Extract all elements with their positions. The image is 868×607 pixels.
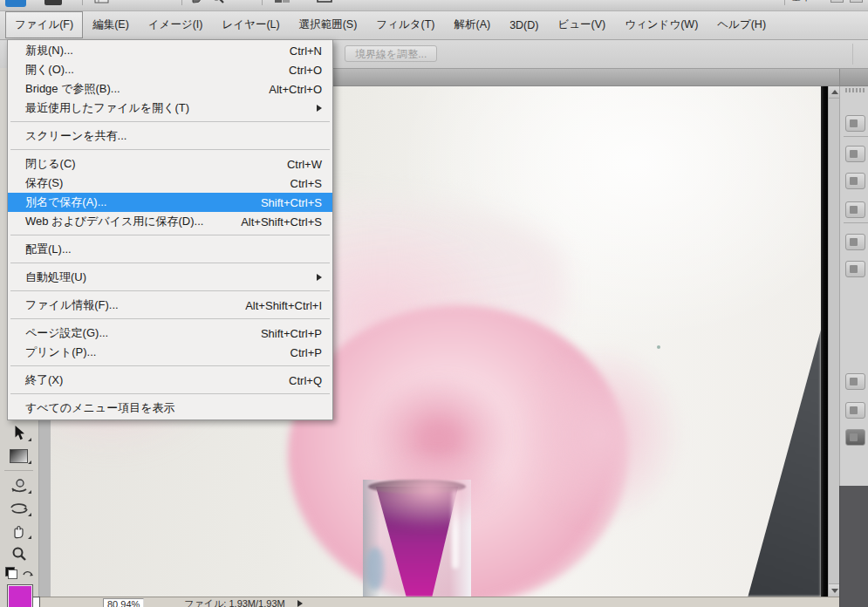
- menu-item-label: 自動処理(U): [25, 269, 86, 285]
- gradient-tool-button[interactable]: [4, 445, 34, 467]
- menu-select[interactable]: 選択範囲(S): [290, 11, 367, 38]
- menu-filter[interactable]: フィルタ(T): [366, 11, 444, 38]
- menu-separator: [8, 231, 332, 240]
- menu-item-label: 保存(S): [25, 175, 63, 191]
- status-bar: 80.94% ファイル: 1.93M/1.93M: [38, 597, 839, 607]
- menu-window[interactable]: ウィンドウ(W): [615, 11, 707, 38]
- menu-item-save-for-web[interactable]: Web およびデバイス用に保存(D)... Alt+Shift+Ctrl+S: [8, 212, 332, 231]
- bridge-launch-icon[interactable]: Br: [44, 0, 62, 5]
- menu-layer[interactable]: レイヤー(L): [213, 11, 290, 38]
- zoom-level-field[interactable]: 80.9: [137, 0, 155, 2]
- hand-tool-button[interactable]: [4, 520, 34, 542]
- photo-rose-blob: [352, 450, 509, 529]
- panel-icon[interactable]: [845, 373, 865, 390]
- move-tool-button[interactable]: [4, 422, 34, 444]
- color-controls: [4, 565, 34, 581]
- menu-view[interactable]: ビュー(V): [548, 11, 615, 38]
- panel-icon[interactable]: [845, 201, 865, 218]
- arrange-documents-icon[interactable]: [274, 0, 290, 3]
- toolbar-divider: [262, 0, 263, 5]
- menu-item-label: 最近使用したファイルを開く(T): [25, 100, 189, 116]
- workspace-switcher[interactable]: 基本: [791, 0, 811, 3]
- move-arrow-icon: [12, 425, 25, 441]
- menu-item-label: プリント(P)...: [25, 344, 96, 360]
- dock-grip-icon[interactable]: [845, 88, 865, 92]
- arrow-down-icon: [831, 589, 838, 593]
- menu-analysis[interactable]: 解析(A): [444, 11, 500, 38]
- swap-colors-icon[interactable]: [22, 568, 33, 578]
- panel-icon[interactable]: [845, 429, 865, 446]
- panel-icon[interactable]: [845, 115, 865, 132]
- menu-item-page-setup[interactable]: ページ設定(G)... Shift+Ctrl+P: [8, 324, 332, 343]
- tools-separator: [4, 470, 33, 471]
- menu-item-close[interactable]: 閉じる(C) Ctrl+W: [8, 154, 332, 174]
- menu-item-label: 別名で保存(A)...: [25, 194, 106, 210]
- default-colors-icon[interactable]: [5, 567, 17, 579]
- restore-button[interactable]: [850, 0, 863, 3]
- status-popup-arrow-icon[interactable]: [297, 600, 303, 607]
- hand-icon: [10, 523, 27, 539]
- panel-icon[interactable]: [845, 146, 865, 162]
- gradient-icon: [10, 449, 28, 463]
- menu-item-label: すべてのメニュー項目を表示: [25, 400, 174, 416]
- menu-3d[interactable]: 3D(D): [500, 13, 548, 38]
- zoom-tool-icon[interactable]: [210, 0, 225, 3]
- menu-edit[interactable]: 編集(E): [83, 11, 139, 38]
- screen-mode-icon[interactable]: [317, 0, 332, 3]
- panel-dock: [839, 85, 868, 486]
- vertical-scrollbar[interactable]: [828, 85, 840, 597]
- minimize-button[interactable]: [830, 0, 844, 3]
- 3d-orbit-tool-button[interactable]: [4, 497, 34, 519]
- hand-tool-icon[interactable]: [188, 0, 204, 3]
- menu-help[interactable]: ヘルプ(H): [707, 11, 776, 38]
- menu-item-new[interactable]: 新規(N)... Ctrl+N: [8, 41, 332, 60]
- menu-file[interactable]: ファイル(F): [5, 11, 83, 38]
- menu-bar: ファイル(F) 編集(E) イメージ(I) レイヤー(L) 選択範囲(S) フィ…: [0, 10, 868, 40]
- menu-item-show-all[interactable]: すべてのメニュー項目を表示: [8, 399, 332, 418]
- menu-item-print[interactable]: プリント(P)... Ctrl+P: [8, 343, 332, 362]
- submenu-arrow-icon: [317, 105, 322, 112]
- menu-item-save[interactable]: 保存(S) Ctrl+S: [8, 174, 332, 193]
- menu-item-shortcut: Alt+Shift+Ctrl+I: [245, 299, 322, 312]
- menu-item-exit[interactable]: 終了(X) Ctrl+Q: [8, 371, 332, 390]
- menu-item-open-recent[interactable]: 最近使用したファイルを開く(T): [8, 99, 332, 118]
- 3d-rotate-icon: [10, 478, 29, 494]
- refine-edge-button[interactable]: 境界線を調整...: [345, 45, 437, 62]
- color-swatches: [0, 583, 38, 607]
- panel-icon[interactable]: [845, 234, 865, 250]
- menu-item-automate[interactable]: 自動処理(U): [8, 268, 332, 287]
- toolbar-divider: [784, 0, 785, 5]
- menu-separator: [8, 362, 332, 371]
- menu-separator: [8, 315, 332, 324]
- foreground-color-swatch[interactable]: [7, 584, 33, 607]
- menu-item-browse-bridge[interactable]: Bridge で参照(B)... Alt+Ctrl+O: [8, 79, 332, 99]
- zoom-tool-button[interactable]: [4, 542, 34, 564]
- menu-item-label: 配置(L)...: [25, 242, 72, 257]
- status-zoom-field[interactable]: 80.94%: [103, 598, 144, 607]
- 3d-rotate-tool-button[interactable]: [4, 474, 34, 496]
- panel-icon[interactable]: [845, 402, 865, 419]
- menu-item-save-as[interactable]: 別名で保存(A)... Shift+Ctrl+S: [8, 193, 332, 212]
- menu-item-place[interactable]: 配置(L)...: [8, 240, 332, 259]
- panel-icon[interactable]: [845, 261, 865, 277]
- panel-dock-header[interactable]: [839, 68, 868, 86]
- menu-item-label: 終了(X): [25, 372, 63, 388]
- dock-separator: [844, 222, 868, 223]
- photo-vase-blue-hint: [366, 548, 384, 590]
- menu-item-share-screen[interactable]: スクリーンを共有...: [8, 126, 332, 146]
- menu-separator: [8, 118, 332, 126]
- menu-image[interactable]: イメージ(I): [139, 11, 213, 38]
- view-extras-icon[interactable]: [94, 0, 109, 3]
- menu-item-label: ページ設定(G)...: [25, 325, 108, 341]
- menu-item-shortcut: Ctrl+N: [290, 44, 322, 58]
- panel-icon[interactable]: [845, 173, 865, 189]
- rotate-view-tool-icon[interactable]: [231, 0, 249, 3]
- menu-item-shortcut: Ctrl+O: [289, 64, 322, 77]
- menu-item-open[interactable]: 開く(O)... Ctrl+O: [8, 60, 332, 79]
- photo-dark-corner: [722, 330, 821, 597]
- menu-item-file-info[interactable]: ファイル情報(F)... Alt+Shift+Ctrl+I: [8, 296, 332, 315]
- menu-item-shortcut: Ctrl+Q: [289, 374, 322, 387]
- application-bar-row: Ps Br 80.9 基本: [0, 0, 868, 10]
- menu-separator: [8, 146, 332, 154]
- tools-stack: [0, 421, 38, 607]
